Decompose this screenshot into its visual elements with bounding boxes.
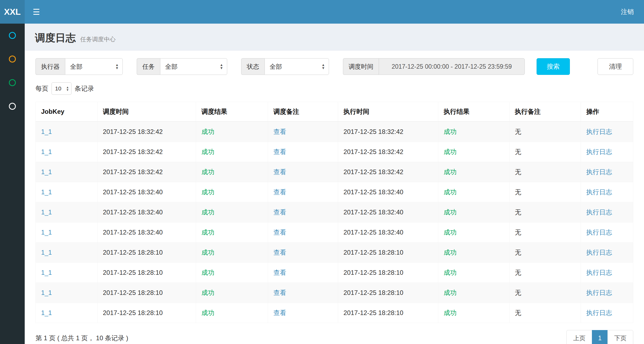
trigger-time-cell: 2017-12-25 18:32:42 xyxy=(97,122,196,142)
search-button[interactable]: 搜索 xyxy=(537,58,570,75)
sidebar-item-job-log[interactable] xyxy=(0,47,25,71)
trigger-result-cell: 成功 xyxy=(196,243,268,263)
trigger-msg-link-cell: 查看 xyxy=(268,122,338,142)
current-page-button[interactable]: 1 xyxy=(592,330,608,344)
circle-icon xyxy=(9,32,16,39)
jobkey-link[interactable]: 1_1 xyxy=(41,208,52,216)
handle-time-cell: 2017-12-25 18:32:40 xyxy=(338,222,438,243)
jobkey-link[interactable]: 1_1 xyxy=(41,148,52,155)
log-box: 执行器 全部 ▲▼ 任务 全部 ▲▼ 状态 全部 ▲▼ xyxy=(25,51,644,344)
handle-msg-cell: 无 xyxy=(509,222,581,243)
logout-link[interactable]: 注销 xyxy=(621,8,634,16)
action-link[interactable]: 执行日志 xyxy=(586,148,612,155)
trigger-msg-link[interactable]: 查看 xyxy=(273,128,286,135)
handle-time: 2017-12-25 18:28:10 xyxy=(343,289,403,296)
trigger-msg-link[interactable]: 查看 xyxy=(273,188,286,196)
job-select[interactable]: 全部 ▲▼ xyxy=(160,58,227,75)
sidebar-item-job-manage[interactable] xyxy=(0,71,25,94)
jobkey-link[interactable]: 1_1 xyxy=(41,289,52,296)
trigger-time: 2017-12-25 18:28:10 xyxy=(103,289,163,296)
trigger-msg-link-cell: 查看 xyxy=(268,142,338,162)
trigger-result: 成功 xyxy=(201,269,214,276)
top-navbar: XXL ☰ 注销 xyxy=(0,0,644,24)
handle-time-cell: 2017-12-25 18:28:10 xyxy=(338,243,438,263)
trigger-msg-link[interactable]: 查看 xyxy=(273,229,286,236)
action-link[interactable]: 执行日志 xyxy=(586,269,612,276)
trigger-msg-link[interactable]: 查看 xyxy=(273,168,286,175)
handle-result: 成功 xyxy=(444,188,457,196)
action-link[interactable]: 执行日志 xyxy=(586,128,612,135)
jobkey-link[interactable]: 1_1 xyxy=(41,269,52,276)
trigger-msg-link[interactable]: 查看 xyxy=(273,289,286,296)
trigger-time: 2017-12-25 18:32:40 xyxy=(103,188,163,196)
handle-time-cell: 2017-12-25 18:28:10 xyxy=(338,303,438,323)
action-link[interactable]: 执行日志 xyxy=(586,309,612,316)
action-link[interactable]: 执行日志 xyxy=(586,168,612,175)
executor-select[interactable]: 全部 ▲▼ xyxy=(65,58,123,75)
table-footer: 第 1 页 ( 总共 1 页， 10 条记录 ) 上页 1 下页 xyxy=(35,330,633,344)
handle-msg: 无 xyxy=(515,128,521,135)
sidebar-toggle-icon[interactable]: ☰ xyxy=(33,7,40,17)
executor-filter: 执行器 全部 ▲▼ xyxy=(35,58,123,75)
trigger-msg-link[interactable]: 查看 xyxy=(273,249,286,256)
trigger-msg-link[interactable]: 查看 xyxy=(273,269,286,276)
table-row: 1_12017-12-25 18:32:42成功查看2017-12-25 18:… xyxy=(36,122,633,142)
jobkey-link-cell: 1_1 xyxy=(36,122,97,142)
handle-result: 成功 xyxy=(444,148,457,155)
handle-msg: 无 xyxy=(515,229,521,236)
action-link[interactable]: 执行日志 xyxy=(586,249,612,256)
trigger-msg-link-cell: 查看 xyxy=(268,222,338,243)
table-row: 1_12017-12-25 18:32:42成功查看2017-12-25 18:… xyxy=(36,142,633,162)
sidebar-item-dashboard[interactable] xyxy=(0,24,25,47)
time-range-input[interactable]: 2017-12-25 00:00:00 - 2017-12-25 23:59:5… xyxy=(379,58,525,75)
trigger-msg-link[interactable]: 查看 xyxy=(273,309,286,316)
handle-result: 成功 xyxy=(444,269,457,276)
handle-result-cell: 成功 xyxy=(438,182,509,202)
column-header-handle-msg: 执行备注 xyxy=(509,102,581,122)
table-row: 1_12017-12-25 18:32:40成功查看2017-12-25 18:… xyxy=(36,182,633,202)
handle-time: 2017-12-25 18:32:40 xyxy=(343,229,403,236)
handle-result-cell: 成功 xyxy=(438,263,509,283)
main-content: 调度日志 任务调度中心 执行器 全部 ▲▼ 任务 全部 ▲▼ 状态 xyxy=(25,24,644,344)
prev-page-button[interactable]: 上页 xyxy=(566,330,592,344)
trigger-time-cell: 2017-12-25 18:28:10 xyxy=(97,283,196,303)
jobkey-link[interactable]: 1_1 xyxy=(41,128,52,135)
job-select-value: 全部 xyxy=(165,63,178,71)
page-size-suffix: 条记录 xyxy=(75,84,94,93)
jobkey-link[interactable]: 1_1 xyxy=(41,309,52,316)
pagination-summary: 第 1 页 ( 总共 1 页， 10 条记录 ) xyxy=(35,334,128,342)
action-link[interactable]: 执行日志 xyxy=(586,188,612,196)
status-select[interactable]: 全部 ▲▼ xyxy=(265,58,329,75)
jobkey-link[interactable]: 1_1 xyxy=(41,188,52,196)
trigger-result: 成功 xyxy=(201,249,214,256)
jobkey-link[interactable]: 1_1 xyxy=(41,229,52,236)
jobkey-link[interactable]: 1_1 xyxy=(41,249,52,256)
jobkey-link[interactable]: 1_1 xyxy=(41,168,52,175)
action-link[interactable]: 执行日志 xyxy=(586,208,612,216)
job-filter-label: 任务 xyxy=(137,58,160,75)
handle-time-cell: 2017-12-25 18:32:42 xyxy=(338,142,438,162)
pagination: 上页 1 下页 xyxy=(566,330,633,344)
jobkey-link-cell: 1_1 xyxy=(36,202,97,222)
column-header-trigger-msg: 调度备注 xyxy=(268,102,338,122)
trigger-msg-link[interactable]: 查看 xyxy=(273,208,286,216)
handle-result: 成功 xyxy=(444,249,457,256)
action-link[interactable]: 执行日志 xyxy=(586,289,612,296)
table-row: 1_12017-12-25 18:32:42成功查看2017-12-25 18:… xyxy=(36,162,633,182)
trigger-msg-link[interactable]: 查看 xyxy=(273,148,286,155)
action-link-cell: 执行日志 xyxy=(581,243,633,263)
handle-result-cell: 成功 xyxy=(438,142,509,162)
handle-time: 2017-12-25 18:32:40 xyxy=(343,188,403,196)
trigger-time-cell: 2017-12-25 18:28:10 xyxy=(97,263,196,283)
select-arrows-icon: ▲▼ xyxy=(115,63,119,70)
column-header-trigger-result: 调度结果 xyxy=(196,102,268,122)
page-size-select[interactable]: 10 ▲▼ xyxy=(52,82,71,95)
clear-button[interactable]: 清理 xyxy=(598,58,633,75)
sidebar-item-executor[interactable] xyxy=(0,94,25,118)
next-page-button[interactable]: 下页 xyxy=(607,330,633,344)
action-link[interactable]: 执行日志 xyxy=(586,229,612,236)
circle-icon xyxy=(9,79,16,86)
jobkey-link-cell: 1_1 xyxy=(36,283,97,303)
trigger-msg-link-cell: 查看 xyxy=(268,182,338,202)
handle-msg-cell: 无 xyxy=(509,142,581,162)
